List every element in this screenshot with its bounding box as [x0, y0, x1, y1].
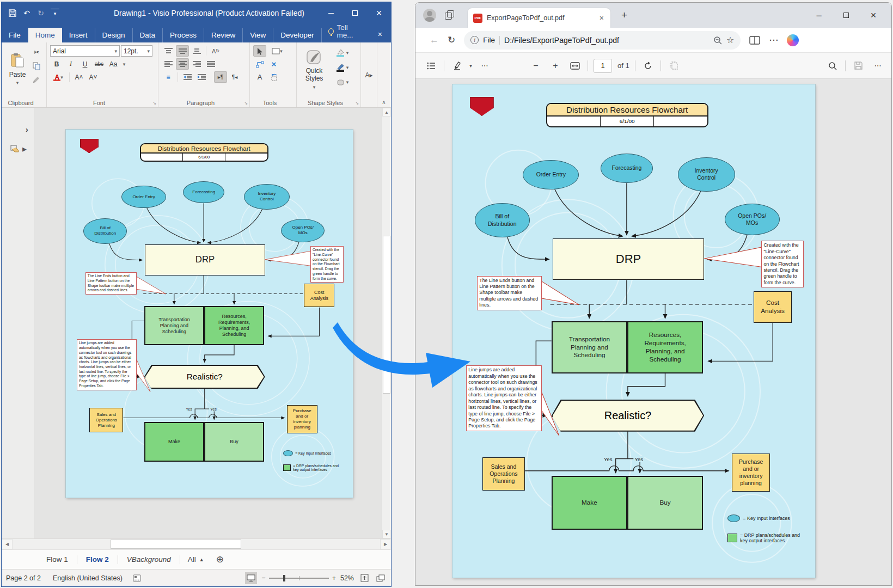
- zoom-out-button[interactable]: [529, 59, 543, 73]
- node-purchase-inventory[interactable]: Purchase and or inventory planning: [287, 405, 317, 434]
- node-order-entry[interactable]: Order Entry: [121, 186, 166, 208]
- hscroll-thumb[interactable]: [111, 540, 241, 549]
- shape-effects-button[interactable]: [332, 76, 353, 88]
- format-painter-button[interactable]: [30, 74, 43, 85]
- align-top-button[interactable]: [162, 45, 175, 57]
- vertical-scrollbar[interactable]: ▲ ▼: [382, 108, 391, 538]
- drawing-canvas[interactable]: Distribution Resources Flowchart 6/1/00 …: [34, 108, 382, 538]
- font-name-select[interactable]: Arial: [50, 45, 120, 57]
- decrease-indent-button[interactable]: [181, 71, 194, 83]
- address-url[interactable]: D:/Files/ExportPageToPdf_out.pdf: [504, 36, 709, 45]
- case-dropdown[interactable]: [121, 58, 127, 70]
- new-tab-button[interactable]: [618, 9, 631, 21]
- minimize-button[interactable]: [811, 7, 827, 23]
- info-icon[interactable]: i: [470, 36, 479, 44]
- browser-menu-icon[interactable]: [769, 34, 778, 46]
- presentation-mode-icon[interactable]: [245, 572, 257, 584]
- annotation-created-with[interactable]: Created with the "Line-Curve" connector …: [310, 246, 344, 283]
- annotation-more-icon[interactable]: [478, 59, 492, 73]
- horizontal-scrollbar[interactable]: ◀ ▶: [2, 538, 391, 549]
- text-tool-button[interactable]: [253, 71, 266, 83]
- highlighter-pen-icon[interactable]: [450, 59, 464, 73]
- node-transportation-planning[interactable]: Transportation Planning and Scheduling: [144, 306, 204, 345]
- justify-button[interactable]: [204, 58, 217, 70]
- node-forecasting[interactable]: Forecasting: [601, 154, 653, 183]
- node-open-pos-mos[interactable]: Open POs/ MOs: [281, 219, 325, 242]
- node-drp[interactable]: DRP: [145, 244, 265, 275]
- copilot-icon[interactable]: [787, 34, 799, 46]
- underline-button[interactable]: [78, 58, 91, 70]
- annotation-line-ends[interactable]: The Line Ends button and Line Pattern bu…: [477, 276, 542, 310]
- fill-color-button[interactable]: [332, 47, 353, 59]
- node-inventory-control[interactable]: Inventory Control: [244, 184, 289, 210]
- node-bill-of-distribution[interactable]: Bill of Distribution: [83, 218, 127, 244]
- strikethrough-button[interactable]: [93, 58, 106, 70]
- annotation-line-jumps[interactable]: Line jumps are added automatically when …: [466, 365, 542, 431]
- node-buy[interactable]: Buy: [627, 476, 703, 530]
- page-tab-vbackground[interactable]: VBackground: [120, 552, 178, 567]
- fit-to-width-icon[interactable]: [568, 59, 582, 73]
- scroll-down-arrow[interactable]: ▼: [382, 530, 391, 538]
- favorites-star-icon[interactable]: [726, 35, 734, 45]
- tab-view[interactable]: View: [243, 28, 273, 43]
- increase-indent-button[interactable]: [195, 71, 208, 83]
- save-icon[interactable]: [8, 9, 17, 17]
- tab-close-icon[interactable]: [597, 14, 606, 22]
- change-case-button[interactable]: [107, 58, 120, 70]
- maximize-button[interactable]: [838, 7, 854, 23]
- collapse-ribbon-button[interactable]: [382, 99, 386, 105]
- undo-button[interactable]: [22, 9, 31, 17]
- pdf-viewer-area[interactable]: Distribution Resources Flowchart 6/1/00 …: [415, 79, 891, 585]
- document-close-button[interactable]: [369, 26, 391, 42]
- scroll-right-arrow[interactable]: ▶: [380, 539, 391, 549]
- node-make[interactable]: Make: [552, 476, 627, 530]
- pointer-tool-button[interactable]: [253, 45, 266, 57]
- decrease-font-size-button[interactable]: [87, 72, 100, 83]
- status-language[interactable]: English (United States): [53, 574, 123, 582]
- node-make[interactable]: Make: [144, 422, 204, 462]
- page-number-input[interactable]: 1: [594, 59, 612, 73]
- font-dialog-launcher[interactable]: [152, 101, 156, 106]
- text-direction-ltr-button[interactable]: [214, 71, 227, 83]
- node-sales-operations[interactable]: Sales and Operations Planning: [482, 457, 525, 491]
- all-pages-tab[interactable]: All▲: [182, 552, 210, 567]
- shape-styles-dialog-launcher[interactable]: [355, 101, 359, 106]
- tell-me-box[interactable]: Tell me...: [322, 20, 369, 42]
- line-color-button[interactable]: [332, 62, 353, 74]
- close-button[interactable]: [367, 2, 391, 24]
- zoom-out-button[interactable]: [261, 574, 265, 582]
- node-bill-of-distribution[interactable]: Bill of Distribution: [475, 203, 530, 237]
- align-center-button[interactable]: [176, 58, 189, 70]
- italic-button[interactable]: [64, 58, 77, 70]
- annotation-line-jumps[interactable]: Line jumps are added automatically when …: [77, 339, 137, 390]
- table-of-contents-icon[interactable]: [424, 59, 438, 73]
- paste-button[interactable]: Paste: [5, 45, 30, 93]
- scroll-up-arrow[interactable]: ▲: [382, 108, 391, 117]
- align-middle-button[interactable]: [176, 45, 189, 57]
- node-order-entry[interactable]: Order Entry: [523, 160, 579, 189]
- tab-design[interactable]: Design: [95, 28, 133, 43]
- pdf-more-icon[interactable]: [871, 59, 885, 73]
- text-rotate-button[interactable]: [209, 45, 222, 57]
- connector-tool-button[interactable]: [253, 58, 266, 70]
- font-size-select[interactable]: 12pt.: [121, 45, 152, 57]
- page-view-icon[interactable]: [666, 59, 681, 73]
- tab-insert[interactable]: Insert: [62, 28, 95, 43]
- node-realistic-decision[interactable]: Realistic?: [144, 365, 265, 389]
- node-open-pos-mos[interactable]: Open POs/ MOs: [725, 204, 780, 235]
- quick-styles-button[interactable]: Quick Styles: [300, 45, 328, 94]
- expand-panel-chevron[interactable]: [26, 125, 28, 134]
- delete-tool-button[interactable]: [267, 58, 280, 70]
- annotation-line-ends[interactable]: The Line Ends button and Line Pattern bu…: [85, 272, 137, 295]
- tab-file[interactable]: File: [2, 28, 28, 43]
- pdf-page[interactable]: Distribution Resources Flowchart 6/1/00 …: [452, 84, 815, 578]
- split-screen-icon[interactable]: [749, 36, 760, 45]
- copy-button[interactable]: [30, 60, 43, 71]
- pen-options-chevron[interactable]: [469, 63, 472, 69]
- status-page-indicator[interactable]: Page 2 of 2: [6, 574, 41, 582]
- flowchart-title-block[interactable]: Distribution Resources Flowchart 6/1/00: [140, 143, 268, 162]
- bullets-button[interactable]: [162, 71, 175, 83]
- refresh-button[interactable]: [448, 34, 455, 46]
- tab-review[interactable]: Review: [204, 28, 243, 43]
- tab-process[interactable]: Process: [163, 28, 204, 43]
